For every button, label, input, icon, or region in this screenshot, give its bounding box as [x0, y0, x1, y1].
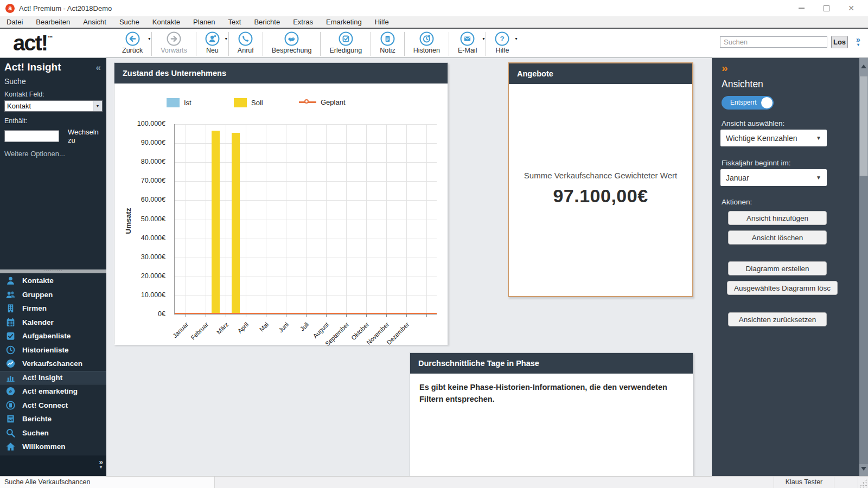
- toolbar-button-label: Vorwärts: [161, 47, 187, 54]
- check-square-icon: [339, 31, 353, 46]
- views-panel: » Ansichten Entsperrt Ansicht auswählen:…: [712, 58, 859, 476]
- sidebar-item-kontakte[interactable]: Kontakte: [0, 274, 106, 288]
- gridline-v: [246, 124, 246, 313]
- sidebar-item-aufgabenliste[interactable]: Aufgabenliste: [0, 329, 106, 343]
- toolbar-button-e-mail[interactable]: ▾E-Mail: [450, 30, 485, 58]
- toolbar-button-notiz[interactable]: Notiz: [372, 30, 403, 58]
- toolbar-button-erledigung[interactable]: Erledigung: [321, 30, 370, 58]
- gridline-v: [366, 124, 367, 313]
- metric-value: 97.100,00€: [553, 185, 648, 207]
- gridline-v: [266, 124, 266, 313]
- handshake-icon: [284, 31, 299, 46]
- resize-grip-icon[interactable]: [858, 477, 868, 488]
- ansicht-hinzufügen-button[interactable]: Ansicht hinzufügen: [728, 211, 827, 225]
- maximize-button[interactable]: [814, 0, 839, 16]
- svg-text:e: e: [9, 388, 12, 395]
- menu-emarketing[interactable]: Emarketing: [320, 16, 368, 28]
- toolbar-separator: [371, 32, 371, 56]
- sidebar-item-berichte[interactable]: Berichte: [0, 412, 106, 426]
- scroll-down-icon[interactable]: [861, 467, 866, 471]
- sidebar-item-willkommen[interactable]: Willkommen: [0, 440, 106, 454]
- sidebar-item-act-connect[interactable]: Act! Connect: [0, 399, 106, 413]
- sidebar-item-historienliste[interactable]: Historienliste: [0, 343, 106, 357]
- sidebar-item-act-emarketing[interactable]: eAct! emarketing: [0, 384, 106, 399]
- view-select[interactable]: Wichtige Kennzahlen▼: [720, 130, 827, 146]
- menu-suche[interactable]: Suche: [113, 16, 146, 28]
- contact-field-label: Kontakt Feld:: [0, 91, 106, 98]
- toolbar-button-label: Erledigung: [329, 47, 362, 54]
- toolbar-button-zurück[interactable]: ▾Zurück: [114, 30, 151, 58]
- sidebar-item-label: Act! emarketing: [22, 387, 78, 395]
- contact-field-select[interactable]: Kontakt ▼: [4, 100, 103, 112]
- sidebar-item-label: Aufgabenliste: [22, 332, 71, 340]
- menu-hilfe[interactable]: Hilfe: [368, 16, 395, 28]
- bar-soll-februar: [212, 131, 220, 313]
- quotes-panel[interactable]: Angebote Summe Verkaufschance Gewichtete…: [508, 62, 693, 297]
- forward-circle-icon: [167, 31, 181, 46]
- sidebar-item-gruppen[interactable]: Gruppen: [0, 288, 106, 302]
- diagramm-erstellen-button[interactable]: Diagramm erstellen: [728, 261, 827, 275]
- more-options-link[interactable]: Weitere Optionen...: [0, 150, 106, 158]
- quotes-panel-title: Angebote: [517, 69, 553, 78]
- toolbar-button-neu[interactable]: ▾Neu: [197, 30, 228, 58]
- minimize-button[interactable]: [789, 0, 814, 16]
- toolbar-button-besprechung[interactable]: Besprechung: [264, 30, 320, 58]
- toggle-knob[interactable]: [761, 97, 773, 108]
- menu-text[interactable]: Text: [222, 16, 248, 28]
- menu-planen[interactable]: Planen: [187, 16, 221, 28]
- search-go-button[interactable]: Los: [831, 36, 848, 48]
- close-button[interactable]: ✕: [839, 0, 864, 16]
- menu-berichte[interactable]: Berichte: [247, 16, 286, 28]
- fiscal-month-select[interactable]: Januar▼: [720, 169, 827, 186]
- dropdown-caret-icon[interactable]: ▾: [515, 36, 517, 41]
- ansichten-zurücksetzen-button[interactable]: Ansichten zurücksetzen: [728, 312, 827, 326]
- select-arrow-icon[interactable]: ▼: [93, 101, 102, 111]
- toolbar-separator: [196, 32, 196, 56]
- menu-bearbeiten[interactable]: Bearbeiten: [29, 16, 76, 28]
- toolbar-overflow-icon[interactable]: »▾: [856, 37, 860, 47]
- status-lookup: Suche Alle Verkaufschancen: [0, 477, 215, 488]
- toolbar-button-historien[interactable]: Historien: [405, 30, 448, 58]
- vertical-scrollbar[interactable]: [859, 58, 868, 476]
- dropdown-caret-icon[interactable]: ▾: [482, 36, 484, 41]
- group-people-icon: [5, 290, 16, 300]
- dropdown-caret-icon[interactable]: ▾: [225, 36, 227, 41]
- toolbar-button-hilfe[interactable]: ?▾Hilfe: [487, 30, 518, 58]
- phase-panel[interactable]: Durchschnittliche Tage in Phase Es gibt …: [410, 352, 693, 476]
- sidebar-item-verkaufschancen[interactable]: Verkaufschancen: [0, 357, 106, 371]
- legend-marker-geplant: [299, 101, 316, 103]
- lock-toggle[interactable]: Entsperrt: [722, 96, 774, 110]
- scroll-up-icon[interactable]: [861, 65, 866, 68]
- sidebar-overflow-icon[interactable]: »▾: [99, 460, 103, 470]
- select-caret-icon: ▼: [816, 135, 821, 141]
- sidebar-item-kalender[interactable]: Kalender: [0, 316, 106, 330]
- sidebar-item-firmen[interactable]: Firmen: [0, 301, 106, 316]
- left-sidebar: Act! Insight « Suche Kontakt Feld: Konta…: [0, 58, 106, 476]
- insight-chart-icon: [5, 373, 16, 383]
- contains-input[interactable]: [4, 130, 59, 142]
- collapse-sidebar-icon[interactable]: «: [96, 62, 101, 73]
- toolbar-button-anruf[interactable]: Anruf: [229, 30, 262, 58]
- menu-ansicht[interactable]: Ansicht: [76, 16, 113, 28]
- select-view-label: Ansicht auswählen:: [722, 119, 784, 127]
- ausgewähltes-diagramm-lösc-button[interactable]: Ausgewähltes Diagramm lösc: [727, 281, 838, 295]
- sidebar-item-act-insight[interactable]: Act! Insight: [0, 371, 106, 385]
- dropdown-caret-icon[interactable]: ▾: [148, 36, 150, 41]
- search-input[interactable]: [720, 36, 827, 48]
- sidebar-splitter[interactable]: ·········: [0, 269, 106, 273]
- health-panel[interactable]: Zustand des Unternehmens Ist Soll Geplan…: [114, 62, 448, 344]
- views-collapse-icon[interactable]: »: [722, 61, 728, 74]
- ansicht-löschen-button[interactable]: Ansicht löschen: [728, 230, 827, 245]
- sidebar-item-label: Act! Connect: [22, 401, 68, 409]
- menu-kontakte[interactable]: Kontakte: [146, 16, 187, 28]
- menu-datei[interactable]: Datei: [0, 16, 29, 28]
- y-axis-labels: 0€10.000€20.000€30.000€40.000€50.000€60.…: [114, 124, 170, 314]
- svg-text:?: ?: [500, 35, 505, 43]
- legend-label-ist: Ist: [184, 99, 192, 107]
- menu-extras[interactable]: Extras: [286, 16, 320, 28]
- minimize-icon: [799, 8, 805, 9]
- scrollbar-thumb[interactable]: [860, 76, 867, 176]
- sidebar-item-suchen[interactable]: Suchen: [0, 426, 106, 440]
- toolbar-search: Los »▾: [720, 36, 860, 48]
- switch-to-button[interactable]: Wechseln zu: [68, 128, 106, 144]
